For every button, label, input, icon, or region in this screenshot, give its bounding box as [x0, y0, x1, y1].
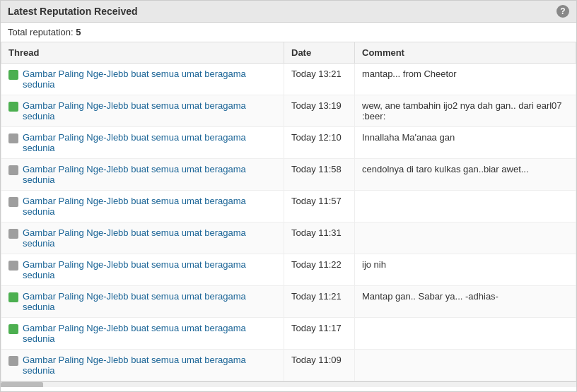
neutral-rep-icon — [8, 229, 18, 239]
table-row: Gambar Paling Nge-Jlebb buat semua umat … — [1, 350, 576, 381]
thread-cell: Gambar Paling Nge-Jlebb buat semua umat … — [1, 318, 284, 350]
neutral-rep-icon — [8, 165, 18, 175]
reputation-container: Latest Reputation Received ? Total reput… — [0, 0, 577, 392]
thread-link[interactable]: Gambar Paling Nge-Jlebb buat semua umat … — [23, 291, 276, 312]
comment-cell: mantap... from Cheetor — [355, 64, 576, 95]
table-row: Gambar Paling Nge-Jlebb buat semua umat … — [1, 318, 576, 350]
column-header-comment: Comment — [355, 42, 576, 64]
date-cell: Today 11:17 — [284, 318, 355, 350]
total-reputation-row: Total reputation: 5 — [1, 23, 576, 42]
date-cell: Today 11:21 — [284, 286, 355, 318]
neutral-rep-icon — [8, 197, 18, 207]
date-cell: Today 12:10 — [284, 127, 355, 159]
comment-cell — [355, 222, 576, 254]
date-cell: Today 11:22 — [284, 254, 355, 286]
table-row: Gambar Paling Nge-Jlebb buat semua umat … — [1, 222, 576, 254]
positive-rep-icon — [8, 70, 18, 80]
date-cell: Today 13:19 — [284, 95, 355, 127]
help-icon[interactable]: ? — [556, 5, 569, 18]
thread-cell: Gambar Paling Nge-Jlebb buat semua umat … — [1, 127, 284, 159]
neutral-rep-icon — [8, 133, 18, 143]
positive-rep-icon — [8, 102, 18, 112]
thread-link[interactable]: Gambar Paling Nge-Jlebb buat semua umat … — [23, 355, 276, 376]
comment-cell: cendolnya di taro kulkas gan..biar awet.… — [355, 159, 576, 191]
thread-link[interactable]: Gambar Paling Nge-Jlebb buat semua umat … — [23, 132, 276, 153]
thread-cell: Gambar Paling Nge-Jlebb buat semua umat … — [1, 159, 284, 191]
positive-rep-icon — [8, 292, 18, 302]
comment-cell: Innallaha Ma'anaa gan — [355, 127, 576, 159]
table-header-row: Thread Date Comment — [1, 42, 576, 64]
thread-cell: Gambar Paling Nge-Jlebb buat semua umat … — [1, 191, 284, 222]
thread-cell: Gambar Paling Nge-Jlebb buat semua umat … — [1, 350, 284, 381]
comment-cell: ijo nih — [355, 254, 576, 286]
date-cell: Today 11:31 — [284, 222, 355, 254]
comment-cell: wew, ane tambahin ijo2 nya dah gan.. dar… — [355, 95, 576, 127]
thread-cell: Gambar Paling Nge-Jlebb buat semua umat … — [1, 286, 284, 318]
column-header-thread: Thread — [1, 42, 284, 64]
date-cell: Today 13:21 — [284, 64, 355, 95]
table-row: Gambar Paling Nge-Jlebb buat semua umat … — [1, 159, 576, 191]
table-row: Gambar Paling Nge-Jlebb buat semua umat … — [1, 286, 576, 318]
comment-cell — [355, 191, 576, 222]
date-cell: Today 11:58 — [284, 159, 355, 191]
thread-link[interactable]: Gambar Paling Nge-Jlebb buat semua umat … — [23, 323, 276, 344]
thread-link[interactable]: Gambar Paling Nge-Jlebb buat semua umat … — [23, 227, 276, 249]
table-row: Gambar Paling Nge-Jlebb buat semua umat … — [1, 95, 576, 127]
total-reputation-value: 5 — [76, 27, 81, 37]
table-row: Gambar Paling Nge-Jlebb buat semua umat … — [1, 127, 576, 159]
table-row: Gambar Paling Nge-Jlebb buat semua umat … — [1, 191, 576, 222]
total-reputation-label: Total reputation: — [8, 27, 74, 37]
thread-cell: Gambar Paling Nge-Jlebb buat semua umat … — [1, 254, 284, 286]
thread-link[interactable]: Gambar Paling Nge-Jlebb buat semua umat … — [23, 100, 276, 121]
positive-rep-icon — [8, 324, 18, 334]
table-row: Gambar Paling Nge-Jlebb buat semua umat … — [1, 64, 576, 95]
thread-link[interactable]: Gambar Paling Nge-Jlebb buat semua umat … — [23, 196, 276, 217]
comment-cell — [355, 350, 576, 381]
table-row: Gambar Paling Nge-Jlebb buat semua umat … — [1, 254, 576, 286]
comment-cell: Mantap gan.. Sabar ya... -adhias- — [355, 286, 576, 318]
thread-cell: Gambar Paling Nge-Jlebb buat semua umat … — [1, 95, 284, 127]
thread-link[interactable]: Gambar Paling Nge-Jlebb buat semua umat … — [23, 259, 276, 280]
column-header-date: Date — [284, 42, 355, 64]
section-header: Latest Reputation Received ? — [1, 1, 576, 23]
thread-cell: Gambar Paling Nge-Jlebb buat semua umat … — [1, 222, 284, 254]
scrollbar-area[interactable] — [1, 381, 576, 387]
date-cell: Today 11:09 — [284, 350, 355, 381]
comment-cell — [355, 318, 576, 350]
scrollbar-thumb[interactable] — [1, 382, 43, 387]
page-title: Latest Reputation Received — [8, 6, 138, 17]
date-cell: Today 11:57 — [284, 191, 355, 222]
thread-cell: Gambar Paling Nge-Jlebb buat semua umat … — [1, 64, 284, 95]
reputation-table: Thread Date Comment Gambar Paling Nge-Jl… — [1, 42, 576, 381]
thread-link[interactable]: Gambar Paling Nge-Jlebb buat semua umat … — [23, 69, 276, 90]
neutral-rep-icon — [8, 356, 18, 366]
neutral-rep-icon — [8, 261, 18, 271]
thread-link[interactable]: Gambar Paling Nge-Jlebb buat semua umat … — [23, 164, 276, 185]
